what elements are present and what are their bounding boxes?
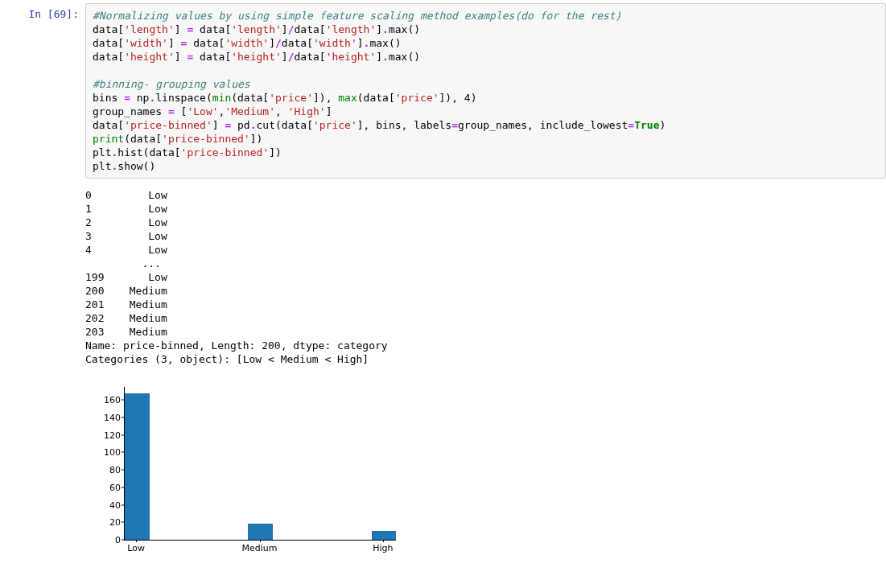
input-prompt: In [69]: [6, 3, 85, 20]
code-cell: In [69]: #Normalizing values by using si… [0, 0, 886, 182]
x-tick-label: Low [127, 543, 145, 585]
bar [248, 524, 273, 540]
y-tick-mark [122, 417, 124, 418]
plot-area [124, 387, 396, 541]
y-tick-label: 40 [85, 500, 121, 510]
x-tick-mark [383, 540, 384, 542]
y-tick-mark [122, 434, 124, 435]
y-tick-label: 0 [85, 535, 121, 545]
y-tick-label: 120 [85, 430, 121, 440]
y-tick-mark [122, 522, 124, 523]
x-tick-mark [136, 540, 137, 542]
y-tick-label: 60 [85, 482, 121, 492]
stdout-text: 0 Low 1 Low 2 Low 3 Low 4 Low ... 199 Lo… [85, 185, 886, 374]
y-tick-label: 160 [85, 395, 121, 405]
code-input-area[interactable]: #Normalizing values by using simple feat… [85, 3, 886, 179]
x-tick-mark [260, 540, 261, 542]
bar [125, 393, 150, 540]
y-tick-label: 100 [85, 447, 121, 458]
y-tick-mark [122, 470, 124, 471]
output-prompt [6, 185, 85, 190]
y-tick-mark [122, 400, 124, 401]
histogram-chart: 020406080100120140160LowMediumHigh [85, 379, 433, 570]
y-tick-mark [122, 487, 124, 487]
y-tick-mark [122, 452, 124, 453]
code-source[interactable]: #Normalizing values by using simple feat… [93, 9, 879, 173]
y-tick-mark [122, 504, 124, 505]
y-tick-label: 20 [85, 517, 121, 528]
x-tick-label: Medium [242, 543, 278, 585]
y-tick-label: 140 [85, 413, 121, 423]
x-tick-label: High [373, 543, 393, 585]
output-cell: 0 Low 1 Low 2 Low 3 Low 4 Low ... 199 Lo… [0, 182, 886, 574]
y-tick-label: 80 [85, 465, 121, 475]
y-tick-mark [122, 540, 124, 541]
bar [372, 531, 397, 540]
